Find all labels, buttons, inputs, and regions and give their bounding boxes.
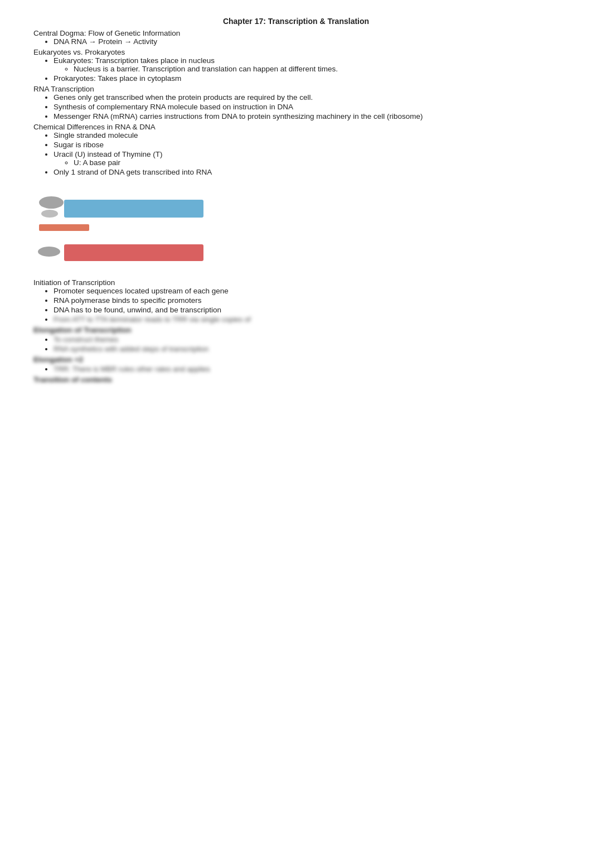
list-item: DNA RNA → Protein → Activity xyxy=(54,37,559,46)
chemical-differences-list: Single stranded molecule Sugar is ribose… xyxy=(54,131,559,176)
transition-section: Transition of contents xyxy=(33,375,559,384)
dna-blob-top-left xyxy=(39,196,64,209)
chemical-differences-section: Chemical Differences in RNA & DNA Single… xyxy=(33,123,559,176)
list-item: Prokaryotes: Takes place in cytoplasm xyxy=(54,74,559,83)
chemical-differences-heading: Chemical Differences in RNA & DNA xyxy=(33,123,156,131)
dna-diagram xyxy=(33,184,245,271)
uracil-sub-list: U: A base pair xyxy=(74,158,559,167)
eukaryotes-sub-list: Nucleus is a barrier. Transcription and … xyxy=(74,65,559,73)
elongation-list: To construct themes RNA synthetics with … xyxy=(54,335,559,353)
dna-blob-bottom-left xyxy=(38,247,60,257)
blurred-elongation-line1: To construct themes xyxy=(54,335,118,344)
rna-transcription-heading: RNA Transcription xyxy=(33,85,94,93)
elongation-heading: Elongation of Transcription xyxy=(33,326,559,334)
dna-unwind-item: DNA has to be found, unwind, and be tran… xyxy=(54,306,559,314)
initiation-heading: Initiation of Transcription xyxy=(33,278,115,287)
single-stranded-item: Single stranded molecule xyxy=(54,131,559,139)
uracil-item: Uracil (U) instead of Thymine (T) U: A b… xyxy=(54,150,559,167)
elongation2-heading: Elongation +2 xyxy=(33,355,559,364)
dna-red-band xyxy=(64,244,203,261)
list-item: Synthesis of complementary RNA molecule … xyxy=(54,103,559,111)
blurred-elongation2-line1: TRR: There is MBR rules other rates and … xyxy=(54,365,210,373)
blurred-list-item: TRR: There is MBR rules other rates and … xyxy=(54,365,559,373)
page-title: Chapter 17: Transcription & Translation xyxy=(33,17,559,26)
list-item: Eukaryotes: Transcription takes place in… xyxy=(54,56,559,73)
rna-polymerase-item: RNA polymerase binds to specific promote… xyxy=(54,296,559,305)
sugar-ribose-item: Sugar is ribose xyxy=(54,141,559,149)
eukaryotes-section: Eukaryotes vs. Prokaryotes Eukaryotes: T… xyxy=(33,48,559,83)
blurred-elongation-line2: RNA synthetics with added steps of trans… xyxy=(54,345,208,353)
elongation2-section: Elongation +2 TRR: There is MBR rules ot… xyxy=(33,355,559,373)
initiation-section: Initiation of Transcription Promoter seq… xyxy=(33,278,559,324)
dna-bar-mid xyxy=(39,224,89,231)
dna-blob-top-left2 xyxy=(41,210,58,218)
list-item: Messenger RNA (mRNA) carries instruction… xyxy=(54,112,559,120)
elongation-section: Elongation of Transcription To construct… xyxy=(33,326,559,353)
promoter-item: Promoter sequences located upstream of e… xyxy=(54,287,559,295)
blurred-list-item: RNA synthetics with added steps of trans… xyxy=(54,345,559,353)
transition-heading: Transition of contents xyxy=(33,375,559,384)
eukaryotes-list: Eukaryotes: Transcription takes place in… xyxy=(54,56,559,83)
rna-transcription-list: Genes only get transcribed when the prot… xyxy=(54,93,559,120)
elongation2-list: TRR: There is MBR rules other rates and … xyxy=(54,365,559,373)
blurred-list-item: From ATT to TTA terminator reads to TRR … xyxy=(54,315,559,324)
eukaryotes-heading: Eukaryotes vs. Prokaryotes xyxy=(33,48,125,56)
dna-blue-band xyxy=(64,200,203,218)
one-strand-item: Only 1 strand of DNA gets transcribed in… xyxy=(54,168,559,176)
blurred-list-item: To construct themes xyxy=(54,335,559,344)
central-dogma-heading: Central Dogma: Flow of Genetic Informati… xyxy=(33,29,180,37)
central-dogma-list: DNA RNA → Protein → Activity xyxy=(54,37,559,46)
blurred-bullet-text: From ATT to TTA terminator reads to TRR … xyxy=(54,315,251,324)
initiation-list: Promoter sequences located upstream of e… xyxy=(54,287,559,324)
rna-transcription-section: RNA Transcription Genes only get transcr… xyxy=(33,85,559,120)
central-dogma-section: Central Dogma: Flow of Genetic Informati… xyxy=(33,29,559,46)
list-item: Nucleus is a barrier. Transcription and … xyxy=(74,65,559,73)
list-item: Genes only get transcribed when the prot… xyxy=(54,93,559,102)
list-item: U: A base pair xyxy=(74,158,559,167)
